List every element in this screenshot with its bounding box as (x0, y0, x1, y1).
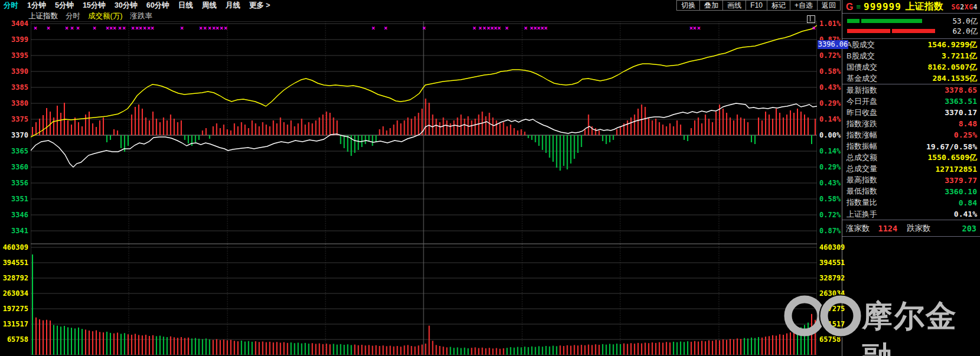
axis-label: 328792 (819, 274, 845, 282)
legend-item[interactable]: 分时 (66, 11, 80, 21)
axis-label: 0.72% (819, 51, 841, 60)
decliners-label: 跌家数 (907, 223, 931, 234)
main-chart[interactable]: ××××××××××××××××××××××××××××××××××××××××… (31, 21, 817, 355)
index-stats-rows: 最新指数3378.65今日开盘3363.51昨日收盘3370.17指数涨跌8.4… (842, 84, 980, 220)
axis-label: 3356 (0, 179, 28, 187)
stat-row: 指数涨幅0.25% (842, 129, 980, 141)
stat-row: 最低指数3360.10 (842, 186, 980, 197)
axis-label: 3351 (0, 195, 28, 203)
axis-label: 394551 (819, 259, 845, 267)
svg-text:×: × (47, 25, 50, 31)
svg-text:×: × (473, 25, 476, 31)
toolbar-button-切换[interactable]: 切换 (676, 0, 700, 11)
axis-label: 0.29% (819, 163, 841, 171)
axis-label: 460309 (0, 243, 28, 252)
toolbar-button-F10[interactable]: F10 (746, 0, 767, 11)
axis-label: 0.72% (819, 211, 841, 219)
svg-text:×: × (143, 25, 146, 31)
svg-text:×: × (131, 25, 135, 31)
quote-header: G ≡ 999999 上证指数 SG2XG4 (842, 0, 980, 14)
stat-row: 总成交量127172851 (842, 164, 980, 175)
intraday-plot: ××××××××××××××××××××××××××××××××××××××××… (31, 21, 817, 355)
advancers-count: 1124 (878, 224, 898, 233)
advancers-label: 涨家数 (846, 223, 870, 234)
axis-label: 0.29% (819, 99, 841, 107)
advance-decline-row: 涨家数 1124 跌家数 203 (842, 220, 980, 237)
stat-row: 总成交额1550.6509亿 (842, 152, 980, 164)
stat-row: 最高指数3379.77 (842, 175, 980, 186)
axis-label: 3341 (0, 227, 28, 235)
stat-row: 基金成交284.1535亿 (842, 73, 980, 84)
legend-item[interactable]: 成交额(万) (88, 11, 122, 21)
axis-label: 3370 (0, 131, 28, 139)
axis-label: 65758 (0, 335, 28, 344)
period-tab-更多 >[interactable]: 更多 > (249, 1, 271, 11)
svg-text:×: × (497, 25, 501, 31)
period-tab-5分钟[interactable]: 5分钟 (55, 1, 74, 11)
svg-text:×: × (122, 25, 126, 31)
axis-label: 263034 (0, 289, 28, 298)
period-tab-15分钟[interactable]: 15分钟 (83, 1, 106, 11)
legend-item[interactable]: 涨跌率 (130, 11, 152, 21)
watermark-text: 摩尔金融 (862, 296, 980, 356)
toolbar-button-叠加[interactable]: 叠加 (700, 0, 723, 11)
svg-text:×: × (34, 25, 37, 31)
axis-label: 328792 (0, 274, 28, 282)
svg-text:×: × (483, 25, 486, 31)
svg-text:×: × (139, 25, 142, 31)
svg-text:×: × (151, 25, 154, 31)
stat-row: B股成交3.7211亿 (842, 50, 980, 61)
axis-label: 0.87% (819, 227, 841, 235)
toolbar-button-画线[interactable]: 画线 (723, 0, 746, 11)
axis-label: 3399 (0, 35, 28, 44)
toolbar-button-标记[interactable]: 标记 (767, 0, 790, 11)
axis-label: 394551 (0, 259, 28, 267)
axis-label: 131517 (0, 320, 28, 328)
toolbar-buttons: 切换叠加画线F10标记+自选返回 (676, 0, 841, 11)
svg-text:×: × (93, 25, 96, 31)
legend-item[interactable]: 上证指数 (28, 11, 58, 21)
chart-legend: 上证指数分时成交额(万)涨跌率 (28, 11, 152, 21)
axis-label: 0.58% (819, 67, 841, 76)
axis-label: 0.14% (819, 115, 841, 123)
period-tab-周线[interactable]: 周线 (202, 1, 217, 11)
market-turnover-rows: A股成交1546.9299亿B股成交3.7211亿国债成交8162.0507亿基… (842, 39, 980, 84)
axis-label: 3395 (0, 51, 28, 60)
svg-text:×: × (524, 25, 528, 31)
svg-text:×: × (544, 25, 548, 31)
buy-volume-bar (847, 19, 922, 23)
stat-row: 国债成交8162.0507亿 (842, 61, 980, 73)
period-tab-30分钟[interactable]: 30分钟 (115, 1, 138, 11)
decliners-count: 203 (962, 224, 976, 233)
svg-text:×: × (113, 25, 116, 31)
svg-text:×: × (422, 25, 426, 31)
axis-label: 3360 (0, 163, 28, 171)
svg-text:×: × (208, 25, 211, 31)
toolbar-button-返回[interactable]: 返回 (818, 0, 841, 11)
svg-text:×: × (118, 25, 122, 31)
toolbar: 分时1分钟5分钟15分钟30分钟60分钟日线周线月线更多 > 切换叠加画线F10… (0, 0, 842, 11)
period-tab-日线[interactable]: 日线 (178, 1, 193, 11)
buy-volume-label: 53.0亿 (942, 17, 978, 27)
axis-label: 197275 (0, 305, 28, 313)
menu-icon[interactable]: ≡ (856, 2, 861, 11)
sell-volume-label: 62.0亿 (942, 27, 978, 37)
svg-text:×: × (505, 25, 509, 31)
svg-text:×: × (180, 25, 184, 31)
period-tab-60分钟[interactable]: 60分钟 (146, 1, 170, 11)
stat-row: 昨日收盘3370.17 (842, 107, 980, 118)
period-tab-1分钟[interactable]: 1分钟 (27, 1, 46, 11)
period-tab-月线[interactable]: 月线 (226, 1, 240, 11)
trading-app: { "toolbar": { "periods": ["分时","1分钟","5… (0, 0, 980, 356)
svg-text:×: × (70, 25, 74, 31)
axis-label: 1.01% (819, 19, 841, 28)
signal-markers: ××××××××××××××××××××××××××××××××××××××××… (34, 25, 816, 31)
axis-label: 0.00% (819, 131, 841, 139)
svg-text:×: × (812, 25, 816, 31)
axis-label: 3404 (0, 19, 28, 28)
stat-row: 指数量比0.84 (842, 197, 980, 208)
toolbar-button-+自选[interactable]: +自选 (790, 0, 818, 11)
period-tab-分时[interactable]: 分时 (4, 1, 18, 11)
period-tabs: 分时1分钟5分钟15分钟30分钟60分钟日线周线月线更多 > (0, 1, 270, 11)
axis-label: 3385 (0, 83, 28, 92)
